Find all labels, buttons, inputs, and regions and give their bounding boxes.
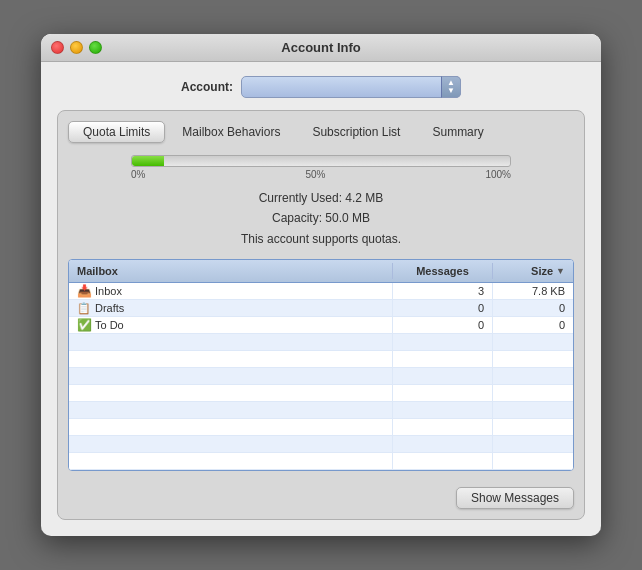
window-content: Account: ▲ ▼ Quota Limits Mailbox Behavi… [41, 62, 601, 536]
col-header-mailbox: Mailbox [69, 263, 393, 279]
tab-mailbox-behaviors[interactable]: Mailbox Behaviors [167, 121, 295, 143]
mailbox-table: Mailbox Messages Size ▼ 📥 Inbox 3 [68, 259, 574, 471]
table-row-empty [69, 419, 573, 436]
table-row-empty [69, 453, 573, 470]
col-header-messages: Messages [393, 263, 493, 279]
table-row-empty [69, 402, 573, 419]
quota-info: Currently Used: 4.2 MB Capacity: 50.0 MB… [68, 188, 574, 249]
cell-size-drafts: 0 [493, 300, 573, 316]
tab-subscription-list[interactable]: Subscription List [297, 121, 415, 143]
inbox-icon: 📥 [77, 286, 91, 297]
table-row-empty [69, 368, 573, 385]
cell-messages-drafts: 0 [393, 300, 493, 316]
bottom-row: Show Messages [68, 479, 574, 509]
quota-label-0: 0% [131, 169, 145, 180]
account-select-wrapper: ▲ ▼ [241, 76, 461, 98]
cell-size-todo: 0 [493, 317, 573, 333]
cell-messages-inbox: 3 [393, 283, 493, 299]
quota-bar-labels: 0% 50% 100% [131, 169, 511, 180]
currently-used: Currently Used: 4.2 MB [68, 188, 574, 208]
account-label: Account: [181, 80, 233, 94]
tab-summary[interactable]: Summary [417, 121, 498, 143]
account-row: Account: ▲ ▼ [57, 76, 585, 98]
cell-mailbox-drafts: 📋 Drafts [69, 300, 393, 316]
col-header-size[interactable]: Size ▼ [493, 263, 573, 279]
close-button[interactable] [51, 41, 64, 54]
sort-arrow-icon: ▼ [556, 266, 565, 276]
table-row[interactable]: 📋 Drafts 0 0 [69, 300, 573, 317]
traffic-lights [51, 41, 102, 54]
maximize-button[interactable] [89, 41, 102, 54]
quota-bar-track [131, 155, 511, 167]
stepper-down-icon: ▼ [447, 87, 455, 95]
table-row[interactable]: 📥 Inbox 3 7.8 KB [69, 283, 573, 300]
table-header: Mailbox Messages Size ▼ [69, 260, 573, 283]
table-row-empty [69, 385, 573, 402]
table-body: 📥 Inbox 3 7.8 KB 📋 Drafts 0 0 [69, 283, 573, 470]
supports-quotas: This account supports quotas. [68, 229, 574, 249]
cell-mailbox-todo: ✅ To Do [69, 317, 393, 333]
drafts-icon: 📋 [77, 303, 91, 314]
table-row-empty [69, 334, 573, 351]
window-title: Account Info [281, 40, 360, 55]
cell-messages-todo: 0 [393, 317, 493, 333]
show-messages-button[interactable]: Show Messages [456, 487, 574, 509]
table-row-empty [69, 436, 573, 453]
cell-size-inbox: 7.8 KB [493, 283, 573, 299]
quota-bar-section: 0% 50% 100% [68, 155, 574, 180]
main-window: Account Info Account: ▲ ▼ Quota Limits M… [41, 34, 601, 536]
account-stepper[interactable]: ▲ ▼ [441, 76, 461, 98]
minimize-button[interactable] [70, 41, 83, 54]
quota-label-100: 100% [485, 169, 511, 180]
quota-bar-fill [132, 156, 164, 166]
title-bar: Account Info [41, 34, 601, 62]
table-row[interactable]: ✅ To Do 0 0 [69, 317, 573, 334]
table-row-empty [69, 351, 573, 368]
todo-icon: ✅ [77, 320, 91, 331]
quota-label-50: 50% [305, 169, 325, 180]
tabs-container: Quota Limits Mailbox Behaviors Subscript… [57, 110, 585, 520]
tabs-row: Quota Limits Mailbox Behaviors Subscript… [68, 121, 574, 143]
cell-mailbox-inbox: 📥 Inbox [69, 283, 393, 299]
account-select[interactable] [241, 76, 461, 98]
tab-quota-limits[interactable]: Quota Limits [68, 121, 165, 143]
capacity: Capacity: 50.0 MB [68, 208, 574, 228]
